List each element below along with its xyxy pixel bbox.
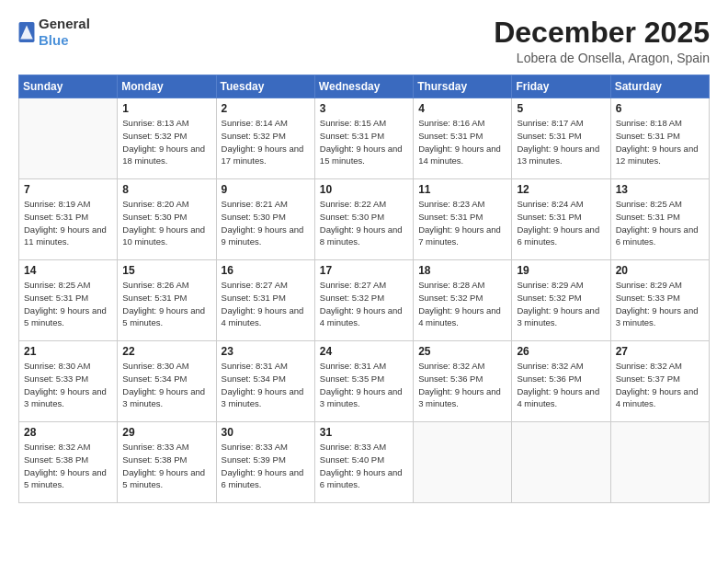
month-title: December 2025 <box>494 17 710 49</box>
day-cell <box>512 422 610 503</box>
day-number: 22 <box>122 345 210 358</box>
day-cell: 4Sunrise: 8:16 AMSunset: 5:31 PMDaylight… <box>414 98 512 179</box>
day-number: 27 <box>616 345 704 358</box>
day-info: Sunrise: 8:31 AMSunset: 5:35 PMDaylight:… <box>320 360 408 410</box>
day-number: 26 <box>517 345 605 358</box>
logo-text: General Blue <box>39 17 90 49</box>
day-cell: 7Sunrise: 8:19 AMSunset: 5:31 PMDaylight… <box>19 179 118 260</box>
day-number: 10 <box>320 183 408 196</box>
day-info: Sunrise: 8:31 AMSunset: 5:34 PMDaylight:… <box>222 360 310 410</box>
location: Lobera de Onsella, Aragon, Spain <box>494 51 710 65</box>
day-cell: 10Sunrise: 8:22 AMSunset: 5:30 PMDayligh… <box>314 179 413 260</box>
day-info: Sunrise: 8:33 AMSunset: 5:39 PMDaylight:… <box>222 441 310 491</box>
day-cell: 1Sunrise: 8:13 AMSunset: 5:32 PMDaylight… <box>118 98 216 179</box>
day-cell: 25Sunrise: 8:32 AMSunset: 5:36 PMDayligh… <box>414 341 512 422</box>
day-info: Sunrise: 8:18 AMSunset: 5:31 PMDaylight:… <box>616 117 704 167</box>
day-info: Sunrise: 8:33 AMSunset: 5:40 PMDaylight:… <box>320 441 408 491</box>
week-row-0: 1Sunrise: 8:13 AMSunset: 5:32 PMDaylight… <box>19 98 710 179</box>
weekday-header-friday: Friday <box>512 75 610 98</box>
day-cell: 23Sunrise: 8:31 AMSunset: 5:34 PMDayligh… <box>216 341 314 422</box>
day-cell: 19Sunrise: 8:29 AMSunset: 5:32 PMDayligh… <box>512 260 610 341</box>
day-number: 21 <box>24 345 112 358</box>
day-cell: 2Sunrise: 8:14 AMSunset: 5:32 PMDaylight… <box>216 98 314 179</box>
day-info: Sunrise: 8:16 AMSunset: 5:31 PMDaylight:… <box>418 117 506 167</box>
day-number: 20 <box>616 264 704 277</box>
day-cell: 20Sunrise: 8:29 AMSunset: 5:33 PMDayligh… <box>610 260 709 341</box>
day-number: 6 <box>616 102 704 115</box>
weekday-header-sunday: Sunday <box>19 75 118 98</box>
day-number: 19 <box>517 264 605 277</box>
header: General Blue December 2025 Lobera de Ons… <box>18 17 710 65</box>
day-number: 14 <box>24 264 112 277</box>
day-cell: 16Sunrise: 8:27 AMSunset: 5:31 PMDayligh… <box>216 260 314 341</box>
day-cell: 15Sunrise: 8:26 AMSunset: 5:31 PMDayligh… <box>118 260 216 341</box>
day-cell: 27Sunrise: 8:32 AMSunset: 5:37 PMDayligh… <box>610 341 709 422</box>
day-info: Sunrise: 8:17 AMSunset: 5:31 PMDaylight:… <box>517 117 605 167</box>
day-cell: 6Sunrise: 8:18 AMSunset: 5:31 PMDaylight… <box>610 98 709 179</box>
day-info: Sunrise: 8:29 AMSunset: 5:32 PMDaylight:… <box>517 279 605 329</box>
day-number: 23 <box>222 345 310 358</box>
page: General Blue December 2025 Lobera de Ons… <box>0 0 728 563</box>
day-info: Sunrise: 8:25 AMSunset: 5:31 PMDaylight:… <box>24 279 112 329</box>
day-info: Sunrise: 8:26 AMSunset: 5:31 PMDaylight:… <box>122 279 210 329</box>
day-cell <box>610 422 709 503</box>
weekday-header-saturday: Saturday <box>610 75 709 98</box>
weekday-row: SundayMondayTuesdayWednesdayThursdayFrid… <box>19 75 710 98</box>
day-number: 31 <box>320 426 408 439</box>
day-cell: 11Sunrise: 8:23 AMSunset: 5:31 PMDayligh… <box>414 179 512 260</box>
day-number: 5 <box>517 102 605 115</box>
day-info: Sunrise: 8:24 AMSunset: 5:31 PMDaylight:… <box>517 198 605 248</box>
day-info: Sunrise: 8:20 AMSunset: 5:30 PMDaylight:… <box>122 198 210 248</box>
day-number: 29 <box>122 426 210 439</box>
logo-blue: Blue <box>39 32 69 48</box>
day-cell: 18Sunrise: 8:28 AMSunset: 5:32 PMDayligh… <box>414 260 512 341</box>
day-info: Sunrise: 8:32 AMSunset: 5:36 PMDaylight:… <box>517 360 605 410</box>
day-number: 30 <box>222 426 310 439</box>
day-cell: 12Sunrise: 8:24 AMSunset: 5:31 PMDayligh… <box>512 179 610 260</box>
week-row-3: 21Sunrise: 8:30 AMSunset: 5:33 PMDayligh… <box>19 341 710 422</box>
weekday-header-monday: Monday <box>118 75 216 98</box>
day-info: Sunrise: 8:28 AMSunset: 5:32 PMDaylight:… <box>418 279 506 329</box>
day-cell: 31Sunrise: 8:33 AMSunset: 5:40 PMDayligh… <box>314 422 413 503</box>
logo-general: General <box>39 17 90 32</box>
day-cell: 21Sunrise: 8:30 AMSunset: 5:33 PMDayligh… <box>19 341 118 422</box>
calendar: SundayMondayTuesdayWednesdayThursdayFrid… <box>18 75 710 503</box>
week-row-1: 7Sunrise: 8:19 AMSunset: 5:31 PMDaylight… <box>19 179 710 260</box>
day-cell: 14Sunrise: 8:25 AMSunset: 5:31 PMDayligh… <box>19 260 118 341</box>
day-cell: 28Sunrise: 8:32 AMSunset: 5:38 PMDayligh… <box>19 422 118 503</box>
day-info: Sunrise: 8:23 AMSunset: 5:31 PMDaylight:… <box>418 198 506 248</box>
day-number: 8 <box>122 183 210 196</box>
day-info: Sunrise: 8:32 AMSunset: 5:37 PMDaylight:… <box>616 360 704 410</box>
day-info: Sunrise: 8:13 AMSunset: 5:32 PMDaylight:… <box>122 117 210 167</box>
day-cell: 29Sunrise: 8:33 AMSunset: 5:38 PMDayligh… <box>118 422 216 503</box>
day-number: 13 <box>616 183 704 196</box>
day-number: 24 <box>320 345 408 358</box>
day-info: Sunrise: 8:15 AMSunset: 5:31 PMDaylight:… <box>320 117 408 167</box>
day-number: 1 <box>122 102 210 115</box>
calendar-body: 1Sunrise: 8:13 AMSunset: 5:32 PMDaylight… <box>19 98 710 503</box>
weekday-header-tuesday: Tuesday <box>216 75 314 98</box>
day-cell: 8Sunrise: 8:20 AMSunset: 5:30 PMDaylight… <box>118 179 216 260</box>
day-info: Sunrise: 8:30 AMSunset: 5:34 PMDaylight:… <box>122 360 210 410</box>
day-number: 3 <box>320 102 408 115</box>
day-number: 2 <box>222 102 310 115</box>
calendar-header: SundayMondayTuesdayWednesdayThursdayFrid… <box>19 75 710 98</box>
day-info: Sunrise: 8:19 AMSunset: 5:31 PMDaylight:… <box>24 198 112 248</box>
day-cell: 17Sunrise: 8:27 AMSunset: 5:32 PMDayligh… <box>314 260 413 341</box>
day-info: Sunrise: 8:25 AMSunset: 5:31 PMDaylight:… <box>616 198 704 248</box>
day-number: 11 <box>418 183 506 196</box>
day-cell <box>414 422 512 503</box>
day-info: Sunrise: 8:14 AMSunset: 5:32 PMDaylight:… <box>222 117 310 167</box>
day-number: 9 <box>222 183 310 196</box>
week-row-4: 28Sunrise: 8:32 AMSunset: 5:38 PMDayligh… <box>19 422 710 503</box>
day-info: Sunrise: 8:27 AMSunset: 5:32 PMDaylight:… <box>320 279 408 329</box>
day-number: 15 <box>122 264 210 277</box>
day-number: 16 <box>222 264 310 277</box>
day-cell <box>19 98 118 179</box>
title-block: December 2025 Lobera de Onsella, Aragon,… <box>494 17 710 65</box>
day-info: Sunrise: 8:27 AMSunset: 5:31 PMDaylight:… <box>222 279 310 329</box>
weekday-header-thursday: Thursday <box>414 75 512 98</box>
day-number: 17 <box>320 264 408 277</box>
day-number: 28 <box>24 426 112 439</box>
day-info: Sunrise: 8:30 AMSunset: 5:33 PMDaylight:… <box>24 360 112 410</box>
